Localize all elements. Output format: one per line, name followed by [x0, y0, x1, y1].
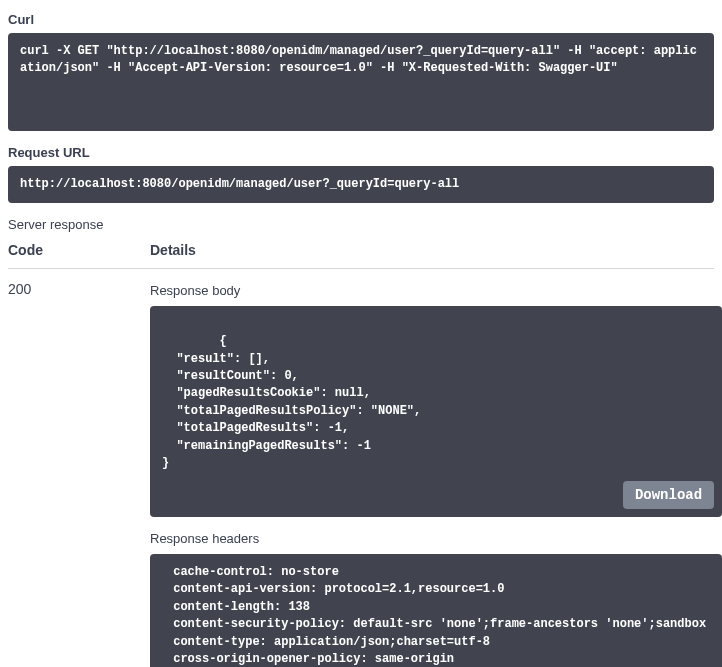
server-response-label: Server response — [8, 217, 714, 232]
response-body-block: { "result": [], "resultCount": 0, "paged… — [150, 306, 722, 517]
response-details: Response body { "result": [], "resultCou… — [150, 281, 722, 667]
curl-label: Curl — [8, 12, 714, 27]
request-url-label: Request URL — [8, 145, 714, 160]
response-code: 200 — [8, 281, 150, 667]
response-body-label: Response body — [150, 283, 722, 298]
response-table-header: Code Details — [8, 242, 714, 269]
response-table: Code Details 200 Response body { "result… — [8, 242, 714, 667]
response-headers-block: cache-control: no-store content-api-vers… — [150, 554, 722, 667]
details-column-header: Details — [150, 242, 714, 258]
response-headers-label: Response headers — [150, 531, 722, 546]
code-column-header: Code — [8, 242, 150, 258]
download-button[interactable]: Download — [623, 481, 714, 509]
curl-command-block: curl -X GET "http://localhost:8080/openi… — [8, 33, 714, 131]
response-row: 200 Response body { "result": [], "resul… — [8, 281, 714, 667]
response-body-content: { "result": [], "resultCount": 0, "paged… — [162, 334, 421, 470]
request-url-block: http://localhost:8080/openidm/managed/us… — [8, 166, 714, 203]
